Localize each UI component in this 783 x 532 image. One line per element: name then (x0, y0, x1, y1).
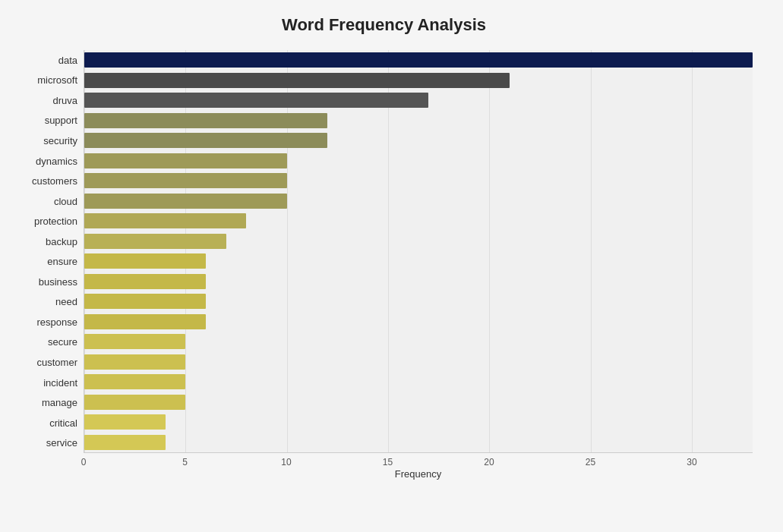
bar-cloud (84, 194, 287, 209)
bar-data (84, 52, 753, 68)
bar-critical (84, 414, 166, 430)
y-label-need: need (55, 292, 77, 312)
chart-area: datamicrosoftdruvasupportsecuritydynamic… (15, 50, 753, 476)
bar-row-business (84, 272, 753, 291)
y-label-protection: protection (34, 212, 77, 231)
bar-secure (84, 334, 185, 349)
bar-row-ensure (84, 251, 753, 271)
y-label-manage: manage (42, 393, 77, 413)
bar-microsoft (84, 73, 510, 88)
bar-customer (84, 354, 185, 370)
bar-response (84, 314, 206, 329)
x-tick-0: 0 (81, 457, 87, 467)
bar-incident (84, 374, 185, 389)
bar-need (84, 294, 206, 309)
y-label-service: service (46, 433, 77, 453)
y-label-customers: customers (32, 172, 77, 191)
bars-container (84, 50, 753, 453)
y-label-druva: druva (52, 90, 77, 110)
bar-business (84, 274, 206, 289)
x-axis-label: Frequency (395, 468, 441, 480)
y-label-customer: customer (37, 352, 77, 372)
chart-title: Word Frequency Analysis (15, 15, 753, 35)
bar-row-protection (84, 211, 753, 231)
x-tick-15: 15 (383, 457, 393, 467)
bar-row-manage (84, 392, 753, 412)
y-label-secure: secure (48, 332, 77, 352)
bar-row-need (84, 291, 753, 311)
bar-row-support (84, 111, 753, 131)
y-label-cloud: cloud (54, 191, 77, 211)
bar-druva (84, 93, 428, 108)
bar-row-customer (84, 352, 753, 372)
y-label-backup: backup (46, 231, 77, 251)
bar-dynamics (84, 153, 287, 168)
y-label-critical: critical (49, 413, 77, 433)
bar-row-customers (84, 171, 753, 190)
bar-customers (84, 173, 287, 188)
y-label-microsoft: microsoft (37, 71, 77, 90)
bar-row-security (84, 131, 753, 150)
bar-row-cloud (84, 191, 753, 211)
x-axis: Frequency 051015202530 (84, 453, 753, 476)
bar-row-incident (84, 372, 753, 392)
bar-row-druva (84, 90, 753, 110)
x-tick-5: 5 (182, 457, 188, 467)
bar-row-secure (84, 332, 753, 351)
chart-container: Word Frequency Analysis datamicrosoftdru… (0, 0, 783, 532)
bar-ensure (84, 253, 206, 269)
y-label-security: security (43, 131, 77, 150)
bar-service (84, 435, 166, 450)
bar-support (84, 113, 327, 128)
bar-security (84, 133, 327, 148)
bar-row-data (84, 50, 753, 70)
bar-row-critical (84, 412, 753, 432)
y-axis: datamicrosoftdruvasupportsecuritydynamic… (15, 50, 84, 476)
bar-row-microsoft (84, 71, 753, 90)
y-label-response: response (37, 312, 77, 332)
y-label-business: business (39, 272, 77, 291)
y-label-ensure: ensure (47, 252, 77, 272)
bar-row-service (84, 433, 753, 452)
y-label-incident: incident (43, 373, 77, 392)
x-tick-25: 25 (586, 457, 595, 467)
x-tick-20: 20 (484, 457, 494, 467)
y-label-data: data (58, 50, 77, 70)
bar-row-dynamics (84, 151, 753, 171)
bar-row-backup (84, 231, 753, 251)
x-tick-30: 30 (687, 457, 696, 467)
bar-row-response (84, 312, 753, 332)
y-label-support: support (45, 111, 77, 131)
bar-backup (84, 234, 226, 249)
x-tick-10: 10 (281, 457, 291, 467)
plot-area: Frequency 051015202530 (84, 50, 753, 476)
bar-manage (84, 395, 185, 410)
bar-protection (84, 213, 246, 228)
y-label-dynamics: dynamics (36, 151, 77, 171)
